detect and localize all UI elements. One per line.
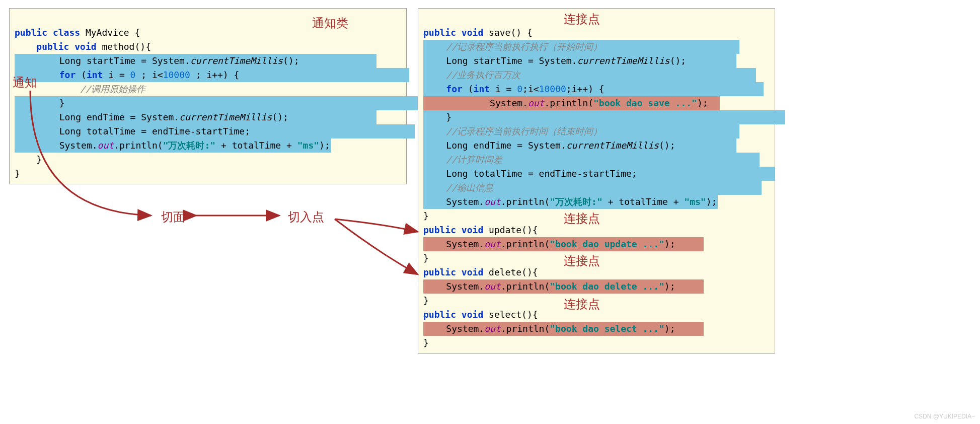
class-name: MyAdvice xyxy=(86,27,129,38)
label-joinpoint: 连接点 xyxy=(564,253,600,269)
label-joinpoint: 连接点 xyxy=(564,296,600,312)
label-advice: 通知 xyxy=(13,75,37,91)
business-code: System.out.println("book dao save ..."); xyxy=(423,96,720,110)
advice-line: System.out.println("万次耗时:" + totalTime +… xyxy=(15,138,331,153)
joinpoint-block: //输出信息 xyxy=(423,181,762,195)
watermark: CSDN @YUKIPEDIA~ xyxy=(914,413,975,420)
kw-void: void xyxy=(69,41,102,52)
joinpoint-block: Long endTime = System.currentTimeMillis(… xyxy=(423,138,736,153)
kw-public: public xyxy=(36,41,69,52)
advice-line: Long endTime = System.currentTimeMillis(… xyxy=(15,110,376,124)
business-code: System.out.println("book dao delete ..."… xyxy=(423,279,704,294)
method-save: save xyxy=(489,27,510,38)
advice-line: } xyxy=(15,96,426,110)
advice-line: for (int i = 0 ; i<10000 ; i++) { xyxy=(15,68,409,82)
suffix: (){ xyxy=(134,41,151,52)
method-delete: delete xyxy=(489,267,521,277)
joinpoint-block: //计算时间差 xyxy=(423,153,760,167)
joinpoint-block: for (int i = 0;i<10000;i++) { xyxy=(423,82,764,96)
label-advice-class: 通知类 xyxy=(312,15,348,31)
business-code: System.out.println("book dao update ..."… xyxy=(423,237,704,251)
indent xyxy=(15,41,36,52)
brace: } xyxy=(15,154,42,165)
joinpoint-block: //业务执行百万次 xyxy=(423,68,756,82)
brace: { xyxy=(129,27,140,38)
method-update: update xyxy=(489,225,521,235)
joinpoint-block: Long totalTime = endTime-startTime; xyxy=(423,167,775,181)
advice-line: Long totalTime = endTime-startTime; xyxy=(15,124,415,138)
kw-void: void xyxy=(456,27,489,38)
brace: } xyxy=(15,168,20,179)
joinpoint-block: //记录程序当前执行时间（结束时间） xyxy=(423,124,739,138)
joinpoint-block: Long startTime = System.currentTimeMilli… xyxy=(423,54,736,68)
label-joinpoint: 连接点 xyxy=(564,11,600,27)
joinpoint-block: System.out.println("万次耗时:" + totalTime +… xyxy=(423,195,718,209)
label-aspect: 切面 xyxy=(161,209,185,225)
method-name: method xyxy=(102,41,134,52)
joinpoint-block: //记录程序当前执行执行（开始时间） xyxy=(423,40,739,54)
method-select: select xyxy=(489,309,521,320)
kw-class: class xyxy=(53,27,80,38)
advice-class-code: public class MyAdvice { public void meth… xyxy=(9,8,407,184)
advice-line: Long startTime = System.currentTimeMilli… xyxy=(15,54,376,68)
label-joinpoint: 连接点 xyxy=(564,210,600,227)
business-code: System.out.println("book dao select ..."… xyxy=(423,322,704,336)
kw-public: public xyxy=(15,27,47,38)
joinpoint-block: } xyxy=(423,110,785,124)
kw-public: public xyxy=(423,27,456,38)
label-pointcut: 切入点 xyxy=(288,209,324,225)
